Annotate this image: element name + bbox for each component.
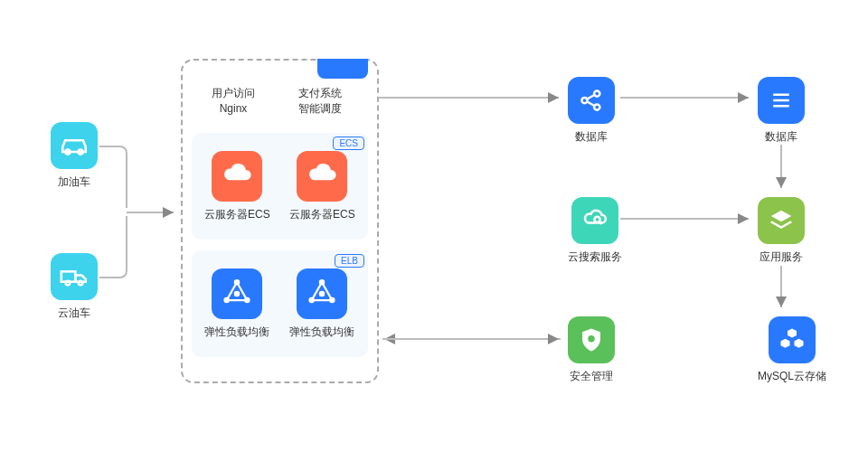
connectors [0,0,868,452]
svg-point-8 [225,298,229,302]
car-icon [51,122,98,169]
svg-rect-6 [318,176,328,180]
layer-icon [758,197,805,244]
svg-rect-5 [233,176,243,180]
top-text-left: 用户访问 Nginx [212,86,255,117]
svg-point-10 [235,292,239,296]
top-text-right: 支付系统 智能调度 [298,86,342,117]
node-cloud-search: 云搜索服务 [568,197,622,265]
svg-rect-18 [773,94,789,97]
badge-ecs: ECS [333,137,364,150]
car-label: 加油车 [58,174,90,190]
svg-point-9 [245,298,249,302]
ecs1: 云服务器ECS [204,151,270,222]
svg-point-21 [594,217,599,222]
node-security: 安全管理 [568,316,615,384]
node-car: 加油车 [51,122,98,190]
svg-rect-19 [773,99,789,102]
load-balancer-icon [297,268,347,319]
node-app-service: 应用服务 [758,197,805,265]
truck-label: 云油车 [58,306,90,321]
node-data-top: 数据库 [568,77,615,145]
svg-point-7 [235,280,239,284]
list-icon [758,77,805,124]
shield-gear-icon [568,316,615,363]
svg-point-14 [320,292,324,296]
svg-point-12 [310,298,314,302]
card-ecs: ECS 云服务器ECS 云服务器ECS [192,133,368,240]
cloud-search-icon [571,197,618,244]
elb2: 弹性负载均衡 [289,268,354,340]
truck-icon [51,253,98,300]
elb1: 弹性负载均衡 [204,268,269,340]
hexagons-icon [769,316,816,363]
svg-point-4 [79,281,83,286]
ecs2: 云服务器ECS [289,151,355,222]
load-balancer-icon [212,268,262,319]
cloud-server-icon [297,151,347,202]
svg-point-11 [320,280,324,284]
svg-rect-20 [773,105,789,108]
node-data-right: 数据库 [758,77,805,145]
card-elb: ELB 弹性负载均衡 弹性负载均衡 [192,250,368,357]
main-container: 用户访问 Nginx 支付系统 智能调度 ECS 云服务器ECS 云服务器ECS… [181,59,379,383]
node-mysql: MySQL云存储 [758,316,826,384]
svg-point-3 [66,281,71,286]
cloud-server-icon [212,151,262,202]
svg-point-22 [588,335,595,343]
share-icon [568,77,615,124]
container-tab [317,59,368,79]
node-truck: 云油车 [51,253,98,321]
badge-elb: ELB [335,254,364,268]
svg-point-13 [330,298,334,302]
